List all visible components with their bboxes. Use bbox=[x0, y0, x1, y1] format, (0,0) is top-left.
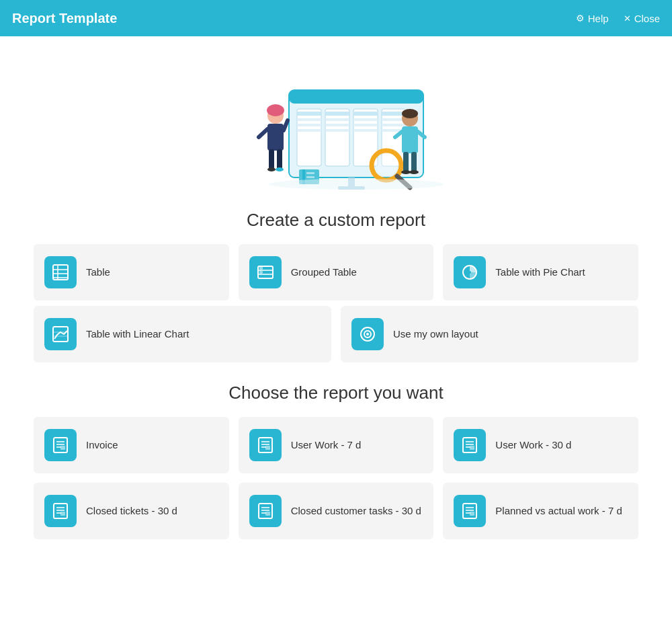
report-card-closed-tickets[interactable]: Closed tickets - 30 d bbox=[34, 483, 229, 539]
close-button[interactable]: Close bbox=[624, 13, 660, 24]
report-invoice-label: Invoice bbox=[86, 438, 118, 452]
gear-icon bbox=[576, 13, 585, 24]
svg-rect-77 bbox=[265, 446, 270, 450]
linear-chart-icon bbox=[44, 318, 77, 350]
svg-rect-97 bbox=[470, 512, 474, 516]
hero-illustration bbox=[228, 56, 444, 191]
invoice-icon bbox=[44, 429, 77, 461]
user-work-30-icon bbox=[454, 429, 486, 461]
svg-rect-87 bbox=[60, 512, 65, 516]
closed-customer-tasks-icon bbox=[249, 495, 282, 527]
svg-rect-1 bbox=[289, 90, 423, 104]
svg-point-61 bbox=[468, 271, 471, 274]
planned-vs-actual-icon bbox=[454, 495, 486, 527]
svg-rect-78 bbox=[463, 438, 476, 452]
svg-rect-42 bbox=[402, 126, 418, 153]
svg-rect-59 bbox=[259, 271, 263, 274]
table-icon bbox=[44, 256, 77, 288]
svg-point-36 bbox=[267, 167, 276, 171]
svg-rect-5 bbox=[297, 124, 321, 126]
svg-rect-10 bbox=[325, 124, 349, 126]
svg-line-38 bbox=[259, 129, 267, 137]
report-card-invoice[interactable]: Invoice bbox=[34, 417, 229, 473]
template-card-table[interactable]: Table bbox=[34, 244, 229, 301]
svg-rect-3 bbox=[297, 112, 321, 116]
report-user-work-30-label: User Work - 30 d bbox=[495, 438, 571, 452]
svg-rect-11 bbox=[325, 129, 349, 132]
template-card-own-layout[interactable]: Use my own layout bbox=[341, 306, 638, 362]
template-linear-label: Table with Linear Chart bbox=[86, 327, 189, 341]
svg-line-39 bbox=[284, 120, 288, 130]
svg-rect-68 bbox=[54, 438, 67, 452]
svg-point-48 bbox=[409, 170, 419, 174]
close-label: Close bbox=[634, 13, 660, 24]
svg-rect-7 bbox=[325, 109, 349, 166]
reports-grid: Invoice User Work - 7 d bbox=[7, 417, 665, 539]
template-table-label: Table bbox=[86, 266, 110, 279]
svg-rect-72 bbox=[60, 446, 65, 450]
svg-rect-15 bbox=[353, 124, 378, 126]
svg-rect-8 bbox=[325, 112, 349, 116]
svg-point-67 bbox=[366, 333, 369, 335]
svg-point-47 bbox=[401, 170, 411, 174]
pie-chart-icon bbox=[454, 256, 486, 288]
svg-rect-6 bbox=[297, 129, 321, 132]
svg-rect-27 bbox=[306, 176, 314, 178]
svg-point-37 bbox=[276, 167, 284, 171]
svg-rect-73 bbox=[259, 438, 272, 452]
create-templates-row2: Table with Linear Chart Use my own layou… bbox=[7, 306, 665, 362]
choose-section-title: Choose the report you want bbox=[7, 383, 665, 403]
svg-rect-83 bbox=[54, 504, 67, 518]
svg-rect-20 bbox=[382, 124, 406, 126]
app-title: Report Template bbox=[12, 11, 117, 26]
app-header: Report Template Help Close bbox=[0, 0, 672, 36]
svg-rect-13 bbox=[353, 112, 378, 116]
svg-rect-26 bbox=[306, 172, 314, 174]
svg-rect-92 bbox=[265, 512, 270, 516]
svg-rect-45 bbox=[403, 152, 409, 172]
svg-point-49 bbox=[269, 179, 444, 190]
svg-rect-33 bbox=[267, 124, 284, 151]
report-planned-vs-actual-label: Planned vs actual work - 7 d bbox=[495, 504, 622, 518]
user-work-7-icon bbox=[249, 429, 282, 461]
grouped-table-icon bbox=[249, 256, 282, 288]
template-own-layout-label: Use my own layout bbox=[393, 327, 478, 341]
report-closed-tickets-label: Closed tickets - 30 d bbox=[86, 504, 177, 518]
svg-rect-88 bbox=[259, 504, 272, 518]
svg-point-41 bbox=[402, 109, 418, 118]
create-templates-row1: Table Grouped Table bbox=[7, 244, 665, 301]
help-label: Help bbox=[588, 13, 609, 24]
template-card-grouped-table[interactable]: Grouped Table bbox=[239, 244, 434, 301]
report-card-user-work-7[interactable]: User Work - 7 d bbox=[239, 417, 434, 473]
report-card-user-work-30[interactable]: User Work - 30 d bbox=[443, 417, 638, 473]
svg-rect-35 bbox=[277, 149, 282, 169]
svg-rect-14 bbox=[353, 118, 378, 121]
closed-tickets-icon bbox=[44, 495, 77, 527]
svg-rect-2 bbox=[297, 109, 321, 166]
template-pie-label: Table with Pie Chart bbox=[495, 266, 585, 279]
template-grouped-table-label: Grouped Table bbox=[291, 266, 357, 279]
close-icon bbox=[624, 13, 631, 24]
svg-rect-9 bbox=[325, 118, 349, 121]
own-layout-icon bbox=[351, 318, 384, 350]
create-section-title: Create a custom report bbox=[7, 210, 665, 231]
svg-rect-62 bbox=[53, 327, 68, 342]
header-actions: Help Close bbox=[576, 13, 660, 24]
svg-rect-58 bbox=[259, 267, 263, 270]
report-user-work-7-label: User Work - 7 d bbox=[291, 438, 362, 452]
svg-rect-16 bbox=[353, 129, 378, 132]
svg-point-29 bbox=[376, 155, 397, 176]
help-button[interactable]: Help bbox=[576, 13, 609, 24]
report-card-closed-customer-tasks[interactable]: Closed customer tasks - 30 d bbox=[239, 483, 434, 539]
svg-rect-34 bbox=[269, 149, 274, 169]
svg-point-32 bbox=[267, 104, 284, 116]
illustration-area bbox=[7, 36, 665, 198]
report-card-planned-vs-actual[interactable]: Planned vs actual work - 7 d bbox=[443, 483, 638, 539]
template-card-table-pie[interactable]: Table with Pie Chart bbox=[443, 244, 638, 301]
svg-rect-4 bbox=[297, 118, 321, 121]
svg-rect-46 bbox=[411, 152, 417, 172]
svg-rect-82 bbox=[470, 446, 474, 450]
main-content: Create a custom report Table bbox=[0, 36, 672, 632]
template-card-linear[interactable]: Table with Linear Chart bbox=[34, 306, 331, 362]
report-closed-customer-tasks-label: Closed customer tasks - 30 d bbox=[291, 504, 421, 518]
